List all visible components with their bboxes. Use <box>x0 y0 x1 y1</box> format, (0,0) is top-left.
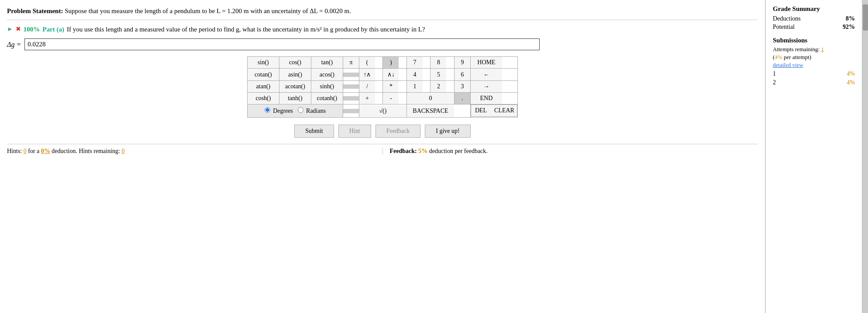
close-icon[interactable]: ✖ <box>16 24 21 34</box>
deductions-value: 8% <box>846 15 855 22</box>
calc-backspace-btn[interactable]: BACKSPACE <box>407 105 454 117</box>
deductions-row: Deductions 8% <box>773 15 855 22</box>
hints-percent: 0% <box>41 148 50 154</box>
calc-down-arrow[interactable]: ∧↓ <box>383 69 399 80</box>
problem-statement-text: Suppose that you measure the length of a… <box>63 7 351 14</box>
calc-atan[interactable]: atan() <box>248 81 279 92</box>
problem-statement: Problem Statement: Suppose that you meas… <box>7 6 758 20</box>
calc-0[interactable]: 0 <box>407 93 454 104</box>
potential-value: 92% <box>843 24 855 31</box>
part-question: If you use this length and a measured va… <box>67 24 425 35</box>
hints-left: Hints: 0 for a 0% deduction. Hints remai… <box>7 148 383 155</box>
give-up-button[interactable]: I give up! <box>425 125 470 138</box>
answer-input[interactable] <box>24 38 540 50</box>
hints-prefix: Hints: <box>7 148 22 154</box>
calc-backspace[interactable]: ← <box>471 69 502 80</box>
attempts-prefix: Attempts remaining: <box>773 46 821 52</box>
calc-tanh[interactable]: tanh() <box>279 93 311 104</box>
calc-cotanh[interactable]: cotanh() <box>311 93 343 104</box>
scrollbar-thumb[interactable] <box>863 4 868 31</box>
part-percent: 100% <box>24 24 40 35</box>
feedback-percent: 5% <box>418 148 427 154</box>
hints-remaining[interactable]: 0 <box>121 148 124 154</box>
calc-tan[interactable]: tan() <box>311 57 343 68</box>
calc-4[interactable]: 4 <box>407 69 423 80</box>
feedback-prefix: Feedback: <box>390 148 417 154</box>
sidebar: Grade Summary Deductions 8% Potential 92… <box>766 0 862 313</box>
calc-pi[interactable]: π <box>343 57 359 68</box>
calc-empty-3 <box>343 96 359 101</box>
potential-row: Potential 92% <box>773 24 855 31</box>
hints-footer: Hints: 0 for a 0% deduction. Hints remai… <box>7 144 758 155</box>
part-header: ► ✖ 100% Part (a) If you use this length… <box>7 24 758 35</box>
attempt2-row: 2 4% <box>773 79 855 86</box>
submit-button[interactable]: Submit <box>294 125 334 138</box>
calc-clear[interactable]: CLEAR <box>491 105 517 116</box>
calculator-wrapper: sin() cos() tan() π ( ) 7 8 9 HOME <box>7 56 758 118</box>
calc-6[interactable]: 6 <box>455 69 470 80</box>
hints-deduction-text: deduction. Hints remaining: <box>52 148 121 154</box>
calc-cosh[interactable]: cosh() <box>248 93 279 104</box>
calc-grid: sin() cos() tan() π ( ) 7 8 9 HOME <box>247 56 518 118</box>
calc-right-arrow[interactable]: → <box>471 81 502 92</box>
calc-plus[interactable]: + <box>359 93 375 104</box>
calc-home[interactable]: HOME <box>471 57 502 68</box>
potential-label: Potential <box>773 24 795 31</box>
attempts-suffix: (4% per attempt) <box>773 54 855 61</box>
action-buttons: Submit Hint Feedback I give up! <box>7 125 758 138</box>
calc-acos[interactable]: acos() <box>311 69 343 80</box>
calc-sin[interactable]: sin() <box>248 57 279 68</box>
detailed-view-anchor[interactable]: detailed view <box>773 62 803 68</box>
calc-sqrt[interactable]: √() <box>359 105 406 117</box>
calc-open-paren[interactable]: ( <box>359 57 375 68</box>
answer-row: Δg = <box>7 38 758 50</box>
degrees-label: Degrees <box>273 108 293 114</box>
play-icon[interactable]: ► <box>7 24 13 34</box>
submissions-title: Submissions <box>773 37 855 44</box>
calc-up-arrow[interactable]: ↑∧ <box>359 69 375 80</box>
hints-for-text: for a <box>28 148 41 154</box>
calc-sinh[interactable]: sinh() <box>311 81 343 92</box>
calc-empty-1 <box>343 73 359 77</box>
attempts-row: Attempts remaining: 1 <box>773 46 855 53</box>
scrollbar[interactable] <box>862 0 868 313</box>
calc-empty-4 <box>343 109 359 113</box>
calc-multiply[interactable]: * <box>383 81 399 92</box>
attempt1-val: 4% <box>847 70 855 77</box>
calc-7[interactable]: 7 <box>407 57 423 68</box>
hint-button[interactable]: Hint <box>338 125 371 138</box>
calc-cos[interactable]: cos() <box>279 57 311 68</box>
calc-empty-2 <box>343 84 359 89</box>
attempt2-num: 2 <box>773 79 776 86</box>
attempt1-num: 1 <box>773 70 776 77</box>
calc-acotan[interactable]: acotan() <box>279 81 311 92</box>
radians-label: Radians <box>306 108 326 114</box>
calc-cotan[interactable]: cotan() <box>248 69 279 80</box>
calc-3[interactable]: 3 <box>455 81 470 92</box>
answer-label: Δg = <box>7 41 21 49</box>
detailed-view-link[interactable]: detailed view <box>773 62 855 69</box>
hints-right: Feedback: 5% deduction per feedback. <box>383 148 758 155</box>
degrees-radio[interactable] <box>265 107 270 113</box>
calc-del[interactable]: DEL <box>471 105 491 116</box>
calc-minus[interactable]: - <box>383 93 399 104</box>
calc-decimal[interactable]: . <box>455 93 470 104</box>
calculator: sin() cos() tan() π ( ) 7 8 9 HOME <box>247 56 518 118</box>
calc-divide[interactable]: / <box>359 81 375 92</box>
calc-9[interactable]: 9 <box>455 57 470 68</box>
calc-8[interactable]: 8 <box>431 57 446 68</box>
calc-2[interactable]: 2 <box>431 81 446 92</box>
calc-close-paren[interactable]: ) <box>383 57 399 68</box>
attempts-suffix-text: (4% per attempt) <box>773 54 811 60</box>
problem-statement-bold: Problem Statement: <box>7 7 63 14</box>
hints-count[interactable]: 0 <box>24 148 27 154</box>
calc-1[interactable]: 1 <box>407 81 423 92</box>
attempts-value[interactable]: 1 <box>821 46 824 52</box>
feedback-suffix: deduction per feedback. <box>429 148 488 154</box>
feedback-button[interactable]: Feedback <box>375 125 421 138</box>
radians-radio[interactable] <box>298 107 303 113</box>
calc-end[interactable]: END <box>471 93 502 104</box>
hints-percent-link[interactable]: 0% <box>41 148 50 154</box>
calc-asin[interactable]: asin() <box>279 69 311 80</box>
calc-5[interactable]: 5 <box>431 69 446 80</box>
